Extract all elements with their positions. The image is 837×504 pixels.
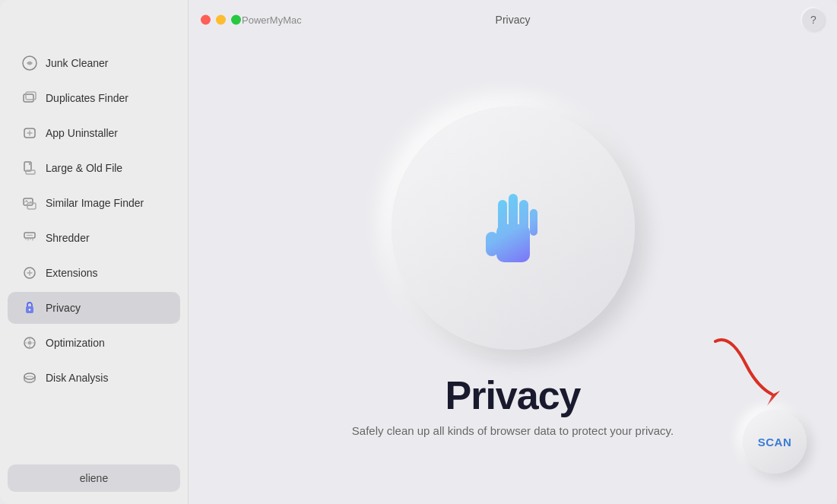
- user-name: eliene: [80, 472, 108, 484]
- page-title: Privacy: [445, 372, 580, 418]
- sidebar: Junk Cleaner Duplicates Finder App Unins…: [0, 0, 189, 504]
- sidebar-item-label: Disk Analysis: [46, 372, 108, 384]
- hand-icon: [471, 186, 555, 270]
- sidebar-item-extensions[interactable]: Extensions: [8, 257, 180, 289]
- large-old-file-icon: [21, 160, 38, 176]
- svg-rect-5: [26, 170, 35, 174]
- scan-arrow: [700, 326, 791, 417]
- sidebar-item-optimization[interactable]: Optimization: [8, 327, 180, 359]
- main-content: PowerMyMac Privacy ?: [189, 0, 837, 504]
- shredder-icon: [21, 230, 38, 246]
- sidebar-item-app-uninstaller[interactable]: App Uninstaller: [8, 117, 180, 149]
- junk-cleaner-icon: [21, 55, 38, 71]
- help-button[interactable]: ?: [802, 8, 825, 31]
- svg-rect-1: [24, 94, 33, 102]
- sidebar-item-label: Shredder: [46, 232, 90, 244]
- svg-rect-19: [486, 232, 498, 256]
- scan-area: SCAN: [700, 326, 807, 474]
- sidebar-item-large-old-file[interactable]: Large & Old File: [8, 152, 180, 184]
- sidebar-item-label: Privacy: [46, 302, 81, 314]
- feature-icon-circle: [392, 106, 635, 350]
- sidebar-item-label: Extensions: [46, 267, 97, 279]
- sidebar-item-privacy[interactable]: Privacy: [8, 292, 180, 324]
- sidebar-item-label: Similar Image Finder: [46, 197, 144, 209]
- sidebar-item-label: Large & Old File: [46, 162, 122, 174]
- sidebar-item-label: Duplicates Finder: [46, 92, 128, 104]
- page-header-title: Privacy: [496, 14, 531, 26]
- minimize-button[interactable]: [216, 15, 226, 25]
- svg-rect-22: [519, 200, 528, 230]
- svg-point-15: [28, 341, 32, 345]
- sidebar-item-label: Optimization: [46, 337, 105, 349]
- privacy-icon: [21, 300, 38, 316]
- svg-point-13: [29, 309, 30, 310]
- svg-rect-20: [498, 200, 507, 232]
- app-uninstaller-icon: [21, 125, 38, 141]
- maximize-button[interactable]: [231, 15, 241, 25]
- sidebar-item-junk-cleaner[interactable]: Junk Cleaner: [8, 47, 180, 79]
- sidebar-item-shredder[interactable]: Shredder: [8, 222, 180, 254]
- disk-analysis-icon: [21, 369, 38, 386]
- svg-rect-21: [509, 194, 518, 228]
- close-button[interactable]: [201, 15, 211, 25]
- page-subtitle: Safely clean up all kinds of browser dat…: [352, 424, 674, 437]
- duplicates-finder-icon: [21, 90, 38, 106]
- optimization-icon: [21, 334, 38, 351]
- sidebar-item-label: Junk Cleaner: [46, 57, 109, 69]
- extensions-icon: [21, 265, 38, 281]
- sidebar-item-duplicates-finder[interactable]: Duplicates Finder: [8, 82, 180, 114]
- user-profile[interactable]: eliene: [8, 464, 180, 492]
- sidebar-item-disk-analysis[interactable]: Disk Analysis: [8, 362, 180, 394]
- svg-rect-23: [530, 209, 537, 236]
- svg-rect-2: [26, 92, 36, 100]
- similar-image-finder-icon: [21, 195, 38, 211]
- traffic-lights: [201, 15, 241, 25]
- svg-rect-8: [27, 203, 36, 209]
- sidebar-item-similar-image-finder[interactable]: Similar Image Finder: [8, 187, 180, 219]
- app-name: PowerMyMac: [242, 14, 302, 26]
- titlebar: PowerMyMac Privacy ?: [189, 0, 837, 40]
- content-area: Privacy Safely clean up all kinds of bro…: [189, 40, 837, 504]
- sidebar-item-label: App Uninstaller: [46, 127, 118, 139]
- scan-button[interactable]: SCAN: [743, 410, 807, 474]
